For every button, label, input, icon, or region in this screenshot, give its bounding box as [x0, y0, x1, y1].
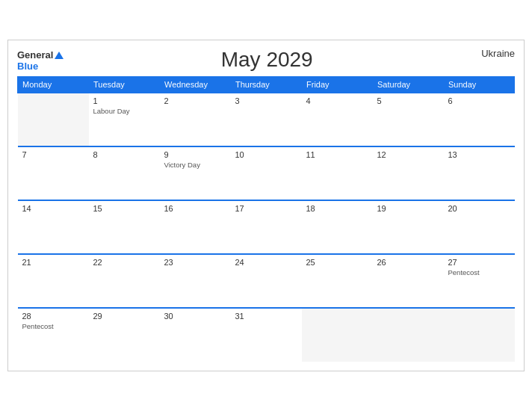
day-number: 15 [93, 204, 155, 213]
day-number: 24 [235, 258, 297, 267]
calendar-cell: 7 [18, 146, 89, 200]
calendar-cell: 22 [89, 254, 160, 308]
logo-triangle-icon [55, 52, 64, 59]
calendar-cell: 13 [444, 146, 515, 200]
day-number: 26 [377, 258, 439, 267]
calendar-grid: MondayTuesdayWednesdayThursdayFridaySatu… [17, 76, 515, 362]
calendar-cell: 17 [231, 200, 302, 254]
calendar-cell: 28Pentecost [18, 308, 89, 362]
day-number: 31 [235, 312, 297, 321]
calendar-cell: 24 [231, 254, 302, 308]
day-number: 12 [377, 150, 439, 159]
day-number: 16 [164, 204, 226, 213]
day-number: 14 [22, 204, 84, 213]
calendar-cell: 21 [18, 254, 89, 308]
calendar-cell [444, 308, 515, 362]
calendar-cell: 26 [373, 254, 444, 308]
weekday-header-monday: Monday [18, 77, 89, 93]
calendar-container: General Blue May 2029 Ukraine MondayTues… [7, 40, 525, 371]
week-row-3: 14151617181920 [18, 200, 515, 254]
day-event: Victory Day [164, 161, 226, 169]
week-row-5: 28Pentecost293031 [18, 308, 515, 362]
day-number: 11 [306, 150, 368, 159]
weekday-header-row: MondayTuesdayWednesdayThursdayFridaySatu… [18, 77, 515, 93]
calendar-cell: 12 [373, 146, 444, 200]
day-number: 21 [22, 258, 84, 267]
calendar-cell: 8 [89, 146, 160, 200]
logo-blue-text: Blue [17, 61, 38, 72]
calendar-cell: 6 [444, 93, 515, 146]
day-number: 25 [306, 258, 368, 267]
day-number: 4 [306, 96, 368, 105]
day-event: Pentecost [448, 268, 510, 276]
calendar-cell: 31 [231, 308, 302, 362]
day-number: 27 [448, 258, 510, 267]
logo-top: General [17, 48, 64, 61]
day-number: 30 [164, 312, 226, 321]
weekday-header-saturday: Saturday [373, 77, 444, 93]
day-number: 17 [235, 204, 297, 213]
day-number: 6 [448, 96, 510, 105]
day-number: 28 [22, 312, 84, 321]
calendar-cell: 19 [373, 200, 444, 254]
weekday-header-friday: Friday [302, 77, 373, 93]
calendar-cell: 25 [302, 254, 373, 308]
day-number: 22 [93, 258, 155, 267]
day-number: 2 [164, 96, 226, 105]
day-number: 5 [377, 96, 439, 105]
weekday-header-wednesday: Wednesday [160, 77, 231, 93]
day-number: 19 [377, 204, 439, 213]
calendar-cell: 29 [89, 308, 160, 362]
calendar-title: May 2029 [64, 48, 470, 72]
calendar-cell [18, 93, 89, 146]
calendar-cell: 27Pentecost [444, 254, 515, 308]
weekday-header-tuesday: Tuesday [89, 77, 160, 93]
calendar-cell: 10 [231, 146, 302, 200]
calendar-cell [373, 308, 444, 362]
weekday-header-thursday: Thursday [231, 77, 302, 93]
calendar-cell: 30 [160, 308, 231, 362]
day-number: 10 [235, 150, 297, 159]
day-number: 18 [306, 204, 368, 213]
day-number: 29 [93, 312, 155, 321]
logo-general-text: General [17, 49, 53, 61]
day-event: Pentecost [22, 322, 84, 330]
day-number: 20 [448, 204, 510, 213]
calendar-cell: 2 [160, 93, 231, 146]
weekday-header-sunday: Sunday [444, 77, 515, 93]
day-number: 3 [235, 96, 297, 105]
day-number: 23 [164, 258, 226, 267]
week-row-4: 21222324252627Pentecost [18, 254, 515, 308]
day-number: 13 [448, 150, 510, 159]
calendar-cell: 9Victory Day [160, 146, 231, 200]
calendar-cell: 14 [18, 200, 89, 254]
calendar-cell: 20 [444, 200, 515, 254]
calendar-country: Ukraine [470, 48, 515, 59]
calendar-cell: 3 [231, 93, 302, 146]
calendar-cell: 15 [89, 200, 160, 254]
day-number: 7 [22, 150, 84, 159]
week-row-1: 1Labour Day23456 [18, 93, 515, 146]
calendar-cell: 11 [302, 146, 373, 200]
calendar-cell: 4 [302, 93, 373, 146]
week-row-2: 789Victory Day10111213 [18, 146, 515, 200]
day-number: 8 [93, 150, 155, 159]
day-event: Labour Day [93, 107, 155, 115]
logo: General Blue [17, 48, 64, 72]
calendar-header: General Blue May 2029 Ukraine [17, 48, 515, 72]
calendar-cell: 16 [160, 200, 231, 254]
day-number: 1 [93, 96, 155, 105]
calendar-cell [302, 308, 373, 362]
calendar-cell: 1Labour Day [89, 93, 160, 146]
day-number: 9 [164, 150, 226, 159]
calendar-cell: 18 [302, 200, 373, 254]
calendar-cell: 23 [160, 254, 231, 308]
calendar-cell: 5 [373, 93, 444, 146]
